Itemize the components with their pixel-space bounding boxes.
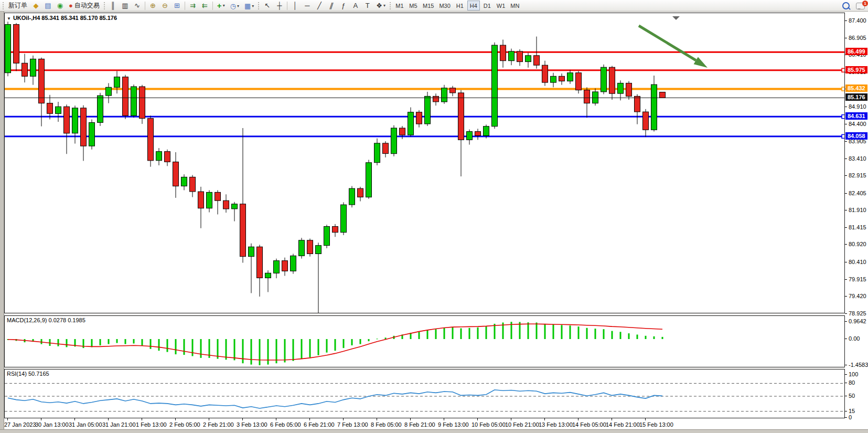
price-tick-label: 84.910 <box>849 103 866 110</box>
zoom-in-button[interactable]: ⊕ <box>147 1 158 10</box>
timeframe-m30[interactable]: M30 <box>437 1 452 10</box>
macd-histogram-bar <box>662 337 663 339</box>
vertical-line-icon: │ <box>293 2 297 9</box>
rsi-pane[interactable]: RSI(14) 50.7165 <box>4 369 845 418</box>
macd-pane[interactable]: MACD(12,26,9) 0.0278 0.1985 <box>4 315 845 367</box>
timeframe-mn[interactable]: MN <box>508 1 521 10</box>
macd-histogram-bar <box>133 339 135 344</box>
candle-body <box>215 192 221 200</box>
dropdown-caret-icon[interactable]: ▾ <box>237 4 239 8</box>
channel-icon: ∥ <box>328 2 334 9</box>
line-handle[interactable] <box>842 134 844 138</box>
line-chart-button[interactable]: ∿ <box>132 1 143 10</box>
horizontal-line-button[interactable]: ─ <box>302 1 313 10</box>
new-order-button[interactable]: 新订单 <box>6 1 29 10</box>
axis-tick <box>845 417 847 418</box>
indicators-button[interactable]: +▾ <box>215 1 227 10</box>
macd-chart[interactable] <box>5 316 844 367</box>
market-watch-button[interactable]: ▤ <box>42 1 53 10</box>
timeframe-h1[interactable]: H1 <box>454 1 466 10</box>
axis-tick <box>845 296 847 297</box>
market-watch-icon: ▤ <box>45 2 51 9</box>
candlestick-chart-button[interactable]: ▥ <box>120 1 131 10</box>
price-line-85.975[interactable] <box>5 69 844 71</box>
bar-chart-icon: ║ <box>111 2 115 9</box>
line-handle[interactable] <box>842 115 844 119</box>
toolbar-grip[interactable] <box>389 2 392 10</box>
macd-histogram-bar <box>427 330 428 339</box>
toolbar-grip[interactable] <box>258 2 260 10</box>
timeframe-w1[interactable]: W1 <box>495 1 508 10</box>
axis-tick <box>845 383 847 383</box>
fibonacci-button[interactable]: ƒ <box>338 1 349 10</box>
line-handle[interactable] <box>842 68 844 72</box>
chart-shift-button[interactable]: ⇇ <box>199 1 210 10</box>
label-icon: T <box>366 2 370 9</box>
new-chart-gold-button[interactable]: ◆ <box>30 1 41 10</box>
periods-button[interactable]: ◷▾ <box>228 1 241 11</box>
autotrading-button[interactable]: ● 自动交易 <box>67 1 102 10</box>
candle-body <box>593 92 598 103</box>
candlestick-chart[interactable] <box>5 13 844 313</box>
time-axis-label: 10 Feb 05:00 <box>471 421 506 428</box>
time-axis[interactable]: 27 Jan 202330 Jan 13:0031 Jan 05:0031 Ja… <box>4 418 845 429</box>
candle-body <box>349 188 355 205</box>
timeframe-d1[interactable]: D1 <box>481 1 494 10</box>
bar-chart-button[interactable]: ║ <box>108 1 119 10</box>
time-axis-label: 14 Feb 05:00 <box>572 421 606 428</box>
time-tick <box>242 418 243 420</box>
time-tick <box>276 418 276 420</box>
time-axis-label: 27 Jan 2023 <box>4 421 36 428</box>
quick-icon-group: ◆▤◉ <box>30 1 66 10</box>
macd-histogram-bar <box>653 336 655 339</box>
price-line-84.058[interactable] <box>5 135 844 137</box>
chart-menu-icon[interactable]: ▼ <box>7 16 11 21</box>
macd-histogram-bar <box>284 339 286 363</box>
notifications-icon[interactable]: 1 <box>856 3 865 9</box>
toolbar-grip[interactable] <box>2 2 5 10</box>
rsi-chart[interactable] <box>5 369 844 418</box>
cursor-button[interactable]: ↖ <box>262 1 273 10</box>
rsi-line <box>8 390 662 408</box>
signals-button[interactable]: ◉ <box>55 1 66 10</box>
candle-body <box>366 163 372 197</box>
macd-histogram-bar <box>58 339 59 346</box>
templates-button[interactable]: ▦▾ <box>242 1 256 11</box>
text-button[interactable]: A <box>350 1 361 10</box>
timeframe-m1[interactable]: M1 <box>393 1 406 10</box>
trend-arrow-annotation[interactable] <box>639 26 708 68</box>
arrows-button[interactable]: ❖▾ <box>374 1 388 10</box>
dropdown-caret-icon[interactable]: ▾ <box>383 3 385 8</box>
label-button[interactable]: T <box>362 1 373 10</box>
vertical-line-button[interactable]: │ <box>290 1 301 10</box>
price-axis[interactable]: 87.40086.90586.41085.91585.42084.91084.4… <box>845 12 868 429</box>
crosshair-button[interactable]: ┼ <box>274 1 285 10</box>
price-tick-label: 80.410 <box>849 259 866 265</box>
trendline-button[interactable]: ╱ <box>314 1 325 10</box>
candle-body <box>30 59 36 76</box>
tile-windows-button[interactable]: ⊞ <box>172 1 183 10</box>
dropdown-caret-icon[interactable]: ▾ <box>223 3 225 8</box>
channel-button[interactable]: ∥ <box>326 1 337 10</box>
rsi-label: RSI(14) 50.7165 <box>7 371 49 377</box>
toolbar-grip[interactable] <box>103 2 106 10</box>
timeframe-m5[interactable]: M5 <box>407 1 420 10</box>
macd-histogram-bar <box>234 339 235 360</box>
zoom-out-button[interactable]: ⊖ <box>159 1 170 10</box>
candle-body <box>442 88 447 102</box>
timeframe-m15[interactable]: M15 <box>421 1 436 10</box>
time-tick <box>209 418 209 420</box>
axis-tick <box>845 38 847 38</box>
auto-scroll-button[interactable]: ⇉ <box>187 1 198 10</box>
chart-header: ▼UKOil-,H4 85.341 85.341 85.170 85.176 <box>7 15 117 21</box>
price-tick-label: 79.420 <box>849 293 866 299</box>
search-icon[interactable] <box>842 2 850 9</box>
candle-body <box>341 205 347 233</box>
price-line-86.499[interactable] <box>5 51 844 53</box>
time-axis-label: 14 Feb 21:00 <box>606 421 640 428</box>
dropdown-caret-icon[interactable]: ▾ <box>252 4 254 8</box>
main-chart-pane[interactable]: ▼UKOil-,H4 85.341 85.341 85.170 85.176 <box>4 13 845 313</box>
line-handle[interactable] <box>842 87 844 91</box>
timeframe-h4[interactable]: H4 <box>467 1 480 10</box>
time-tick <box>444 418 444 420</box>
